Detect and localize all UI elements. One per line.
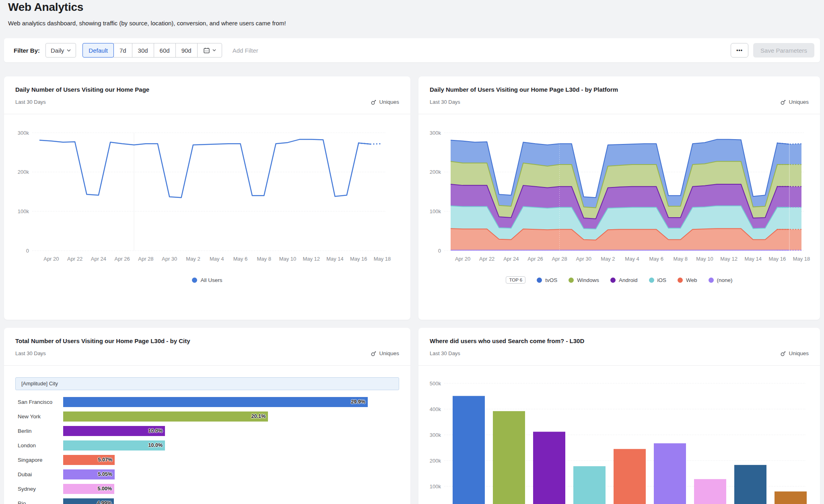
legend-item[interactable]: Web (678, 277, 697, 283)
legend-label: iOS (657, 277, 667, 283)
top6-badge: TOP 6 (506, 276, 525, 284)
panel-date-range: Last 30 Days (430, 350, 460, 356)
city-label: Sydney (18, 482, 65, 496)
legend-item[interactable]: Windows (569, 277, 599, 283)
x-axis-tick-label: Apr 24 (91, 256, 106, 262)
city-label: San Francisco (18, 395, 65, 409)
legend-item[interactable]: (none) (709, 277, 733, 283)
uniques-label: Uniques (379, 99, 399, 105)
legend-label: tvOS (545, 277, 557, 283)
chart-panel-by-platform: Daily Number of Users Visiting our Home … (418, 76, 820, 320)
city-row: Dubai5.05% (4, 467, 410, 482)
legend-item[interactable]: iOS (649, 277, 667, 283)
y-axis-tick-label: 300k (18, 130, 29, 136)
y-axis-tick-label: 500k (430, 381, 441, 387)
city-bar[interactable]: 10.0% (63, 440, 165, 451)
uniques-badge: Uniques (371, 350, 399, 356)
y-axis-tick-label: 200k (430, 458, 441, 464)
panel-date-range: Last 30 Days (15, 99, 46, 105)
city-row: London10.0% (4, 438, 410, 453)
x-axis-tick-label: Apr 28 (138, 256, 153, 262)
x-axis-tick-label: May 2 (601, 256, 615, 262)
city-bar[interactable]: 5.07% (63, 455, 115, 465)
uniques-icon (780, 351, 786, 356)
x-axis-tick-label: Apr 22 (67, 256, 82, 262)
legend-item[interactable]: tvOS (537, 277, 557, 283)
legend-label: Windows (577, 277, 599, 283)
panel-date-range: Last 30 Days (430, 99, 460, 105)
y-axis-tick-label: 100k (430, 483, 441, 490)
panel-header: Total Number of Users Visiting our Home … (4, 328, 410, 366)
bar[interactable] (694, 479, 726, 504)
bar[interactable] (493, 411, 525, 504)
y-axis-tick-label: 300k (430, 432, 441, 438)
line-series-incomplete[interactable] (358, 143, 382, 144)
segment-default[interactable]: Default (82, 43, 114, 58)
panel-title: Daily Number of Users Visiting our Home … (418, 76, 820, 93)
city-label: Berlin (18, 424, 65, 438)
city-bar-value: 10.0% (148, 426, 163, 436)
line-series[interactable] (39, 140, 371, 198)
bar[interactable] (614, 449, 646, 504)
y-axis-tick-label: 400k (430, 406, 441, 412)
x-axis-tick-label: Apr 26 (114, 256, 130, 262)
city-bar[interactable]: 29.9% (63, 397, 368, 407)
city-bar[interactable]: 5.05% (63, 469, 115, 479)
segment-30d[interactable]: 30d (132, 43, 154, 58)
group-by-field-chip[interactable]: [Amplitude] City (15, 377, 399, 390)
city-bar[interactable]: 20.1% (63, 411, 268, 422)
bar[interactable] (734, 465, 766, 504)
city-bar[interactable]: 4.99% (63, 498, 114, 504)
uniques-icon (371, 351, 377, 356)
legend-item[interactable]: Android (610, 277, 638, 283)
x-axis-tick-label: May 14 (326, 256, 344, 262)
x-axis-tick-label: May 14 (744, 256, 762, 262)
x-axis-tick-label: Apr 22 (479, 256, 494, 262)
x-axis-tick-label: Apr 26 (527, 256, 543, 262)
save-parameters-button[interactable]: Save Parameters (753, 43, 814, 58)
city-bar[interactable]: 5.00% (63, 484, 114, 494)
bar[interactable] (533, 432, 565, 504)
x-axis-tick-label: May 18 (374, 256, 391, 262)
x-axis-tick-label: May 10 (279, 256, 297, 262)
legend-label: All Users (200, 277, 222, 283)
city-row: San Francisco29.9% (4, 395, 410, 409)
city-bar-value: 5.05% (98, 469, 112, 479)
granularity-dropdown[interactable]: Daily (45, 43, 76, 58)
chart-legend: TOP 6tvOSWindowsAndroidiOSWeb(none) (418, 275, 820, 285)
stacked-area-chart-area[interactable]: 0100k200k300kApr 20Apr 22Apr 24Apr 26Apr… (418, 114, 820, 320)
segment-60d[interactable]: 60d (154, 43, 176, 58)
chart-legend: All Users (4, 275, 410, 285)
uniques-label: Uniques (789, 99, 809, 105)
x-axis-tick-label: May 6 (233, 256, 247, 262)
add-filter-button[interactable]: Add Filter (233, 47, 258, 54)
chevron-down-icon (67, 49, 71, 52)
bar[interactable] (573, 466, 606, 504)
x-axis-tick-label: May 6 (649, 256, 663, 262)
panel-header: Daily Number of Users Visiting our Home … (4, 76, 410, 114)
bar-chart-area[interactable]: 100k200k300k400k500k (418, 365, 820, 504)
calendar-icon (203, 47, 210, 54)
bar[interactable] (453, 396, 485, 504)
city-bar-value: 5.07% (98, 455, 112, 465)
segment-7d[interactable]: 7d (113, 43, 132, 58)
legend-item[interactable]: All Users (192, 277, 222, 283)
bar[interactable] (775, 492, 807, 504)
page-title: Web Analytics (8, 1, 83, 14)
chart-panel-by-city: Total Number of Users Visiting our Home … (4, 328, 410, 504)
bar[interactable] (654, 443, 686, 504)
city-bar-value: 10.0% (148, 440, 163, 451)
x-axis-tick-label: Apr 28 (552, 256, 567, 262)
y-axis-tick-label: 0 (438, 248, 441, 254)
date-range-picker-button[interactable] (197, 43, 222, 58)
line-chart-area[interactable]: 0100k200k300kApr 20Apr 22Apr 24Apr 26Apr… (4, 114, 410, 320)
city-bar[interactable]: 10.0% (63, 426, 165, 436)
legend-label: (none) (717, 277, 733, 283)
x-axis-tick-label: Apr 24 (503, 256, 519, 262)
more-options-button[interactable]: ••• (731, 43, 748, 58)
y-axis-tick-label: 300k (430, 130, 441, 136)
segment-90d[interactable]: 90d (175, 43, 198, 58)
city-label: New York (18, 409, 65, 424)
uniques-label: Uniques (379, 350, 399, 356)
x-axis-tick-label: May 12 (303, 256, 320, 262)
